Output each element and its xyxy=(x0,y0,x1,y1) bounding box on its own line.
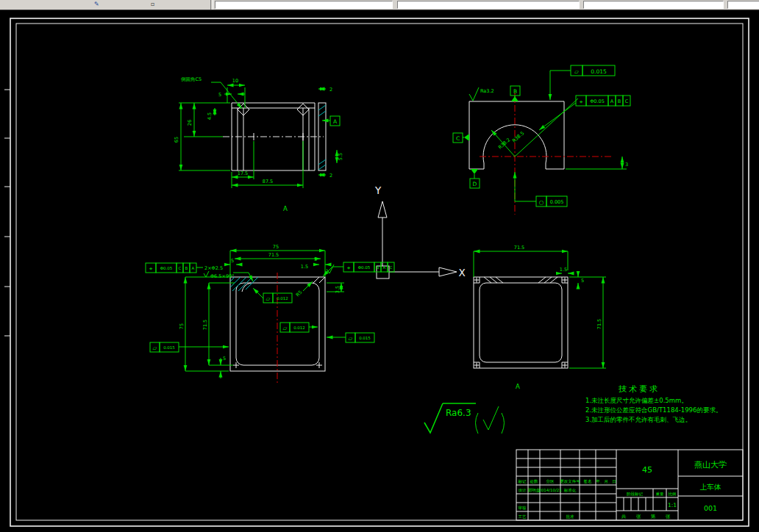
scale-value: 1:1 xyxy=(668,502,677,508)
col-change-doc: 更改文件号 xyxy=(560,479,580,484)
row-design: 设计 xyxy=(519,488,527,492)
dim-2-bottom: 2 xyxy=(329,173,332,179)
paren-left xyxy=(476,413,479,434)
surface-roughness-note: Ra6.3 xyxy=(424,403,505,434)
dim-5: 5 xyxy=(218,92,221,98)
col-sign: 签名 xyxy=(584,479,592,484)
dim-3-5: 3.5 xyxy=(335,286,341,293)
col-zone: 分区 xyxy=(546,479,555,484)
dim-71-5-left: 71.5 xyxy=(202,320,208,330)
col-date: 年、月、日 xyxy=(596,479,616,484)
university: 燕山大学 xyxy=(694,460,727,470)
dim-71-5-top: 71.5 xyxy=(514,245,524,251)
svg-text:0.015: 0.015 xyxy=(163,345,175,350)
col-count: 处数 xyxy=(530,479,539,484)
svg-text:B: B xyxy=(377,265,380,270)
circularity-icon: ○ xyxy=(539,199,544,206)
paren-right xyxy=(502,413,505,434)
svg-text:B: B xyxy=(185,266,188,270)
sheet-no-label: 第 xyxy=(651,514,656,520)
flatness-icon: ▱ xyxy=(283,325,288,331)
roughness-value: Ra6.3 xyxy=(446,408,471,418)
dim-17-5: 17.5 xyxy=(238,170,248,176)
y-axis-arrow xyxy=(378,201,387,218)
x-axis-arrow xyxy=(439,267,457,276)
datum-triangle xyxy=(511,96,519,101)
flatness-frame-inner-mid: ▱ 0.012 xyxy=(280,323,318,332)
flatness-frame-left: ▱ 0.015 xyxy=(150,342,229,352)
dim-2-top: 2 xyxy=(329,87,332,93)
section-view[interactable]: 10 5 4.5 26 65 17.5 87.5 2 2 5.5 xyxy=(174,76,343,212)
top-view[interactable]: 71.5 71.5 1.5 5 A xyxy=(474,245,606,390)
dim-75-left: 75 xyxy=(179,323,185,329)
flatness-frame: ▱ 0.015 xyxy=(550,65,615,100)
position-icon: ⌖ xyxy=(149,265,153,272)
part-name: 上车体 xyxy=(700,483,721,491)
position-frame: ⌖ Φ0.05 A B C xyxy=(539,96,630,130)
detail-label: A xyxy=(333,118,338,125)
datum-triangle xyxy=(471,169,478,174)
svg-text:A: A xyxy=(610,98,614,104)
x-axis-label: X xyxy=(458,267,465,278)
dim-1-5: 1.5 xyxy=(301,264,308,270)
svg-text:C: C xyxy=(625,98,629,104)
countersink-icon xyxy=(204,271,209,277)
position-icon: ⌖ xyxy=(347,265,351,271)
design-date: 2014/10/21 xyxy=(538,488,562,492)
col-mark: 标记 xyxy=(518,479,527,484)
dim-10: 10 xyxy=(232,78,238,84)
dim-4-5: 4.5 xyxy=(207,112,213,120)
svg-text:Φ0.05: Φ0.05 xyxy=(590,98,605,104)
dim-5-foot: 5 xyxy=(223,356,226,362)
flatness-frame-inner-top: ▱ 0.012 xyxy=(253,288,292,303)
dim-5-5: 5.5 xyxy=(338,153,343,160)
hole-count-note: 2×Φ2.5 xyxy=(204,265,223,271)
svg-text:0.015: 0.015 xyxy=(359,336,371,340)
svg-text:0.012: 0.012 xyxy=(277,296,288,301)
flatness-frame-right: ▱ 0.015 xyxy=(327,333,374,342)
svg-text:B: B xyxy=(618,98,621,104)
y-axis-label: Y xyxy=(374,184,382,196)
dim-26: 26 xyxy=(187,120,193,126)
section-arrow-label: A xyxy=(283,205,288,212)
cad-canvas[interactable]: 10 5 4.5 26 65 17.5 87.5 2 2 5.5 xyxy=(0,0,759,532)
roughness-icon xyxy=(424,403,443,433)
svg-text:Φ0.05: Φ0.05 xyxy=(358,265,371,270)
dim-5-left: 5 xyxy=(231,258,234,264)
dim-5: 5 xyxy=(581,278,584,284)
weight-label: 重量 xyxy=(656,492,665,496)
material: 45 xyxy=(642,465,652,475)
svg-text:Φ0.05: Φ0.05 xyxy=(160,266,173,270)
autocad-window: ✎ ▫ xyxy=(0,0,759,532)
tech-req-item: 3.加工后的零件不允许有毛刺、飞边。 xyxy=(585,416,691,423)
position-icon: ⌖ xyxy=(580,98,583,105)
tech-req-title: 技术要求 xyxy=(619,384,660,394)
radius-outer: R38.5 xyxy=(511,130,525,144)
svg-text:0.012: 0.012 xyxy=(293,326,305,330)
view-label: A xyxy=(516,383,520,390)
dim-3: 3 xyxy=(625,162,628,168)
tech-req-item: 2.未注形位公差应符合GB/T1184-1996的要求。 xyxy=(585,406,721,414)
dim-75-top: 75 xyxy=(273,244,279,250)
datum-d: D xyxy=(473,181,477,187)
flatness-icon: ▱ xyxy=(574,68,579,75)
dim-87-5: 87.5 xyxy=(263,179,273,184)
position-frame-left: ⌖ Φ0.05 C B A xyxy=(146,263,203,273)
tech-req-item: 1.未注长度尺寸允许偏差±0.5mm。 xyxy=(585,397,688,404)
hole-sink-note: Φ6.5×90° xyxy=(210,273,234,279)
datum-triangle xyxy=(464,134,469,141)
flatness-icon: ▱ xyxy=(266,295,271,302)
svg-text:C: C xyxy=(179,266,182,270)
sheet-unit-label: 张 xyxy=(666,514,671,520)
svg-text:C: C xyxy=(390,265,393,270)
dim-1-5: 1.5 xyxy=(560,267,567,273)
scale-label: 比例 xyxy=(669,492,677,497)
bottom-view[interactable]: 75 71.5 5 5 1.5 75 71.5 3.5 xyxy=(146,244,394,384)
roughness-icon xyxy=(469,87,479,101)
front-view[interactable]: B C D ▱ 0.015 xyxy=(453,65,630,215)
dim-71-5-top: 71.5 xyxy=(268,252,279,258)
row-approve: 批准 xyxy=(566,514,575,520)
title-block: 标记 处数 分区 更改文件号 签名 年、月、日 设计 郭明金 2014/10/2… xyxy=(516,450,743,520)
svg-text:0.005: 0.005 xyxy=(550,199,564,205)
sheet-total-label: 共 xyxy=(621,514,627,520)
